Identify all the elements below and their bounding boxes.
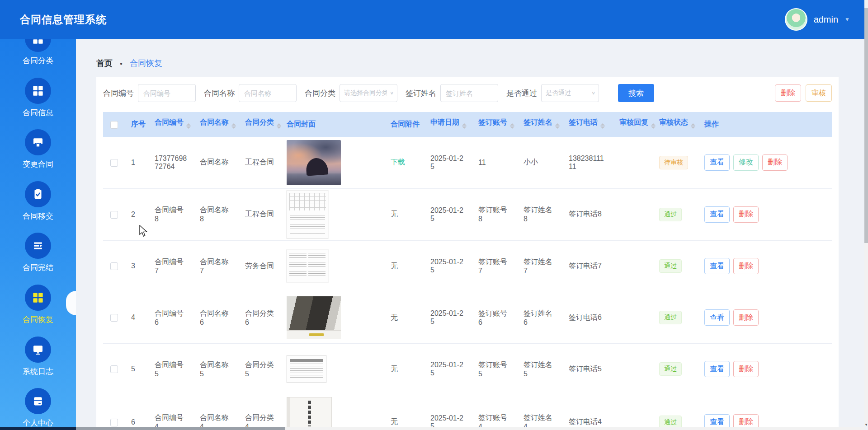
scrollbar-down-arrow-icon[interactable]: ▾ (864, 422, 868, 427)
sidebar-item-contract-info[interactable]: 合同信息 (0, 78, 76, 130)
sort-icon[interactable] (600, 121, 605, 131)
edit-button[interactable]: 修改 (733, 154, 759, 171)
column-header-8[interactable]: 签订姓名 (517, 112, 562, 137)
column-header-1[interactable]: 合同编号 (148, 112, 193, 137)
grid-icon (25, 39, 51, 52)
sidebar-item-contract-finish[interactable]: 合同完结 (0, 233, 76, 285)
view-button[interactable]: 查看 (704, 258, 730, 274)
cell-category: 合同分类6 (239, 292, 280, 343)
bulk-audit-button[interactable]: 审核 (806, 84, 832, 102)
cell-sign-phone: 签订电话4 (562, 395, 613, 427)
sidebar-item-contract-change[interactable]: 变更合同 (0, 129, 76, 181)
column-header-9[interactable]: 签订电话 (562, 112, 613, 137)
user-avatar[interactable] (785, 8, 807, 31)
column-header-3[interactable]: 合同分类 (239, 112, 280, 137)
column-header-2[interactable]: 合同名称 (193, 112, 239, 137)
filter-input-3[interactable] (440, 84, 498, 102)
sort-icon[interactable] (231, 121, 236, 131)
column-header-label: 合同封面 (287, 120, 316, 128)
row-checkbox[interactable] (110, 419, 118, 426)
row-checkbox[interactable] (110, 262, 118, 270)
view-button[interactable]: 查看 (704, 309, 730, 326)
horizontal-scrollbar[interactable] (0, 427, 864, 430)
chevron-down-icon: ∨ (390, 90, 394, 95)
row-checkbox[interactable] (110, 314, 118, 322)
download-link[interactable]: 下载 (391, 158, 405, 166)
sort-icon[interactable] (277, 121, 281, 131)
column-header-11[interactable]: 审核状态 (653, 112, 698, 137)
list-arrow-icon (25, 233, 51, 259)
column-header-5: 合同附件 (384, 112, 424, 137)
search-button[interactable]: 搜索 (618, 84, 654, 102)
delete-button[interactable]: 删除 (762, 154, 788, 171)
contract-cover-image[interactable] (287, 296, 341, 339)
sort-icon[interactable] (691, 121, 695, 131)
select-placeholder: 是否通过 (546, 89, 571, 97)
column-header-6[interactable]: 申请日期 (424, 112, 472, 137)
cell-cover (280, 137, 384, 188)
breadcrumb-separator-icon: ● (120, 61, 123, 66)
cell-cover (280, 292, 384, 343)
cell-checkbox (103, 240, 125, 292)
column-header-label: 合同分类 (245, 118, 274, 126)
contract-cover-image[interactable] (287, 140, 341, 185)
cell-sign-phone: 签订电话7 (562, 240, 613, 292)
vertical-scrollbar[interactable]: ▾ (864, 0, 868, 427)
sidebar-item-contract-category[interactable]: 合同分类 (0, 39, 76, 78)
sidebar-item-label: 合同信息 (23, 108, 53, 118)
attachment-none: 无 (391, 313, 398, 321)
view-button[interactable]: 查看 (704, 206, 730, 223)
view-button[interactable]: 查看 (704, 414, 730, 427)
row-checkbox[interactable] (110, 365, 118, 373)
content-panel: 合同编号合同名称合同分类请选择合同分类∨签订姓名是否通过是否通过∨搜索 删除审核… (96, 77, 839, 427)
delete-button[interactable]: 删除 (733, 258, 759, 274)
view-button[interactable]: 查看 (704, 154, 730, 171)
delete-button[interactable]: 删除 (733, 414, 759, 427)
contract-cover-image[interactable] (287, 250, 328, 282)
contract-cover-image[interactable] (287, 191, 328, 238)
contract-cover-image[interactable] (287, 397, 332, 427)
delete-button[interactable]: 删除 (733, 361, 759, 377)
column-header-7[interactable]: 签订账号 (472, 112, 517, 137)
user-menu[interactable]: admin ▼ (785, 0, 850, 39)
sort-icon[interactable] (186, 121, 191, 131)
cell-sign-name: 签订姓名4 (517, 395, 562, 427)
vertical-scrollbar-thumb[interactable] (864, 8, 868, 243)
sort-icon[interactable] (651, 121, 656, 131)
cell-sign-name: 小小 (517, 137, 562, 188)
breadcrumb-current[interactable]: 合同恢复 (130, 58, 162, 69)
sidebar-item-contract-transfer[interactable]: 合同移交 (0, 181, 76, 233)
filter-select-2[interactable]: 请选择合同分类∨ (340, 84, 397, 102)
cell-actions: 查看修改删除 (698, 137, 832, 188)
sidebar-item-personal-center[interactable]: 个人中心 (0, 388, 76, 427)
cell-category: 合同分类5 (239, 343, 280, 395)
cell-checkbox (103, 395, 125, 427)
sidebar-item-system-log[interactable]: 系统日志 (0, 337, 76, 388)
column-header-10[interactable]: 审核回复 (613, 112, 653, 137)
view-button[interactable]: 查看 (704, 361, 730, 377)
breadcrumb-home[interactable]: 首页 (96, 58, 113, 69)
cell-actions: 查看删除 (698, 343, 832, 395)
bulk-delete-button[interactable]: 删除 (775, 84, 801, 102)
sidebar: 合同分类合同信息变更合同合同移交合同完结合同恢复系统日志个人中心 (0, 39, 76, 427)
row-checkbox[interactable] (110, 159, 118, 167)
filter-input-1[interactable] (239, 84, 297, 102)
delete-button[interactable]: 删除 (733, 206, 759, 223)
cell-actions: 查看删除 (698, 395, 832, 427)
sort-icon[interactable] (510, 121, 514, 131)
filter-select-4[interactable]: 是否通过∨ (541, 84, 599, 102)
delete-button[interactable]: 删除 (733, 309, 759, 326)
row-checkbox[interactable] (110, 211, 118, 219)
cell-sign-account: 签订账号4 (472, 395, 517, 427)
cell-apply-date: 2025-01-25 (424, 343, 472, 395)
sort-icon[interactable] (462, 121, 467, 131)
horizontal-scrollbar-thumb[interactable] (76, 427, 285, 430)
filter-field-1: 合同名称 (204, 84, 297, 102)
sort-icon[interactable] (555, 121, 560, 131)
select-all-checkbox[interactable] (110, 121, 118, 129)
sidebar-item-contract-restore[interactable]: 合同恢复 (0, 285, 76, 337)
grid-icon (25, 285, 51, 311)
column-header-4: 合同封面 (280, 112, 384, 137)
contract-cover-image[interactable] (287, 355, 326, 383)
filter-input-0[interactable] (138, 84, 196, 102)
